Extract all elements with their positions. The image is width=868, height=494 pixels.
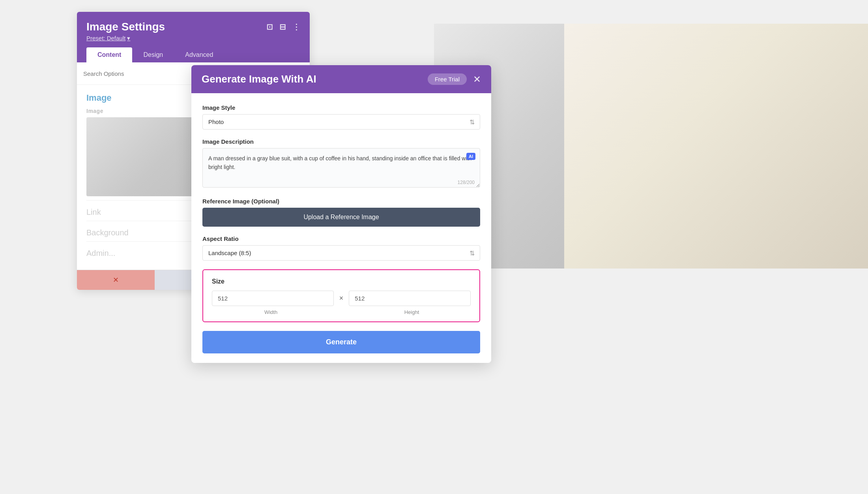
image-description-wrapper: A man dressed in a gray blue suit, with …	[202, 148, 480, 189]
image-style-select[interactable]: Photo Illustration Abstract 3D Render	[202, 114, 480, 130]
size-labels-row: Width Height	[212, 309, 471, 315]
aspect-ratio-select[interactable]: Landscape (8:5) Portrait (5:8) Square (1…	[202, 245, 480, 261]
size-label: Size	[212, 278, 471, 285]
columns-icon[interactable]: ⊟	[279, 22, 286, 32]
reference-image-group: Reference Image (Optional) Upload a Refe…	[202, 198, 480, 227]
ai-modal-header: Generate Image With AI Free Trial ✕	[191, 65, 491, 93]
close-toolbar-button[interactable]: ✕	[77, 270, 155, 290]
image-style-label: Image Style	[202, 104, 480, 111]
settings-title-icons: ⊡ ⊟ ⋮	[266, 22, 300, 32]
more-icon[interactable]: ⋮	[292, 22, 300, 32]
settings-tabs: Content Design Advanced	[86, 47, 300, 62]
height-label: Height	[353, 309, 471, 315]
close-modal-button[interactable]: ✕	[473, 75, 481, 84]
width-input[interactable]	[212, 291, 334, 306]
preset-label: Preset: Default ▾	[86, 35, 300, 42]
image-style-select-wrapper: Photo Illustration Abstract 3D Render ⇅	[202, 114, 480, 130]
size-x-separator: ×	[339, 294, 344, 302]
aspect-ratio-group: Aspect Ratio Landscape (8:5) Portrait (5…	[202, 235, 480, 261]
ai-icon-badge: AI	[466, 153, 475, 160]
size-section: Size × Width Height	[202, 269, 480, 322]
tab-design[interactable]: Design	[132, 47, 174, 62]
ai-modal-header-right: Free Trial ✕	[428, 73, 481, 85]
aspect-ratio-label: Aspect Ratio	[202, 235, 480, 242]
settings-title-row: Image Settings ⊡ ⊟ ⋮	[86, 21, 300, 33]
ai-modal-title: Generate Image With AI	[202, 73, 316, 85]
char-count: 128/200	[458, 180, 475, 185]
expand-icon[interactable]: ⊡	[266, 22, 273, 32]
width-label: Width	[212, 309, 330, 315]
settings-title-text: Image Settings	[86, 21, 165, 33]
tab-content[interactable]: Content	[86, 47, 132, 62]
aspect-ratio-select-wrapper: Landscape (8:5) Portrait (5:8) Square (1…	[202, 245, 480, 261]
image-description-group: Image Description A man dressed in a gra…	[202, 138, 480, 189]
free-trial-badge[interactable]: Free Trial	[428, 73, 467, 85]
ai-modal-body: Image Style Photo Illustration Abstract …	[191, 93, 491, 363]
image-style-group: Image Style Photo Illustration Abstract …	[202, 104, 480, 130]
generate-button[interactable]: Generate	[202, 331, 480, 353]
height-input[interactable]	[349, 291, 471, 306]
ai-modal: Generate Image With AI Free Trial ✕ Imag…	[191, 65, 491, 363]
upload-reference-button[interactable]: Upload a Reference Image	[202, 208, 480, 227]
image-description-textarea[interactable]: A man dressed in a gray blue suit, with …	[202, 148, 480, 188]
tab-advanced[interactable]: Advanced	[174, 47, 224, 62]
settings-header: Image Settings ⊡ ⊟ ⋮ Preset: Default ▾ C…	[77, 12, 310, 62]
background-room-image	[434, 24, 868, 269]
size-inputs-row: ×	[212, 291, 471, 306]
image-description-label: Image Description	[202, 138, 480, 145]
reference-image-label: Reference Image (Optional)	[202, 198, 480, 205]
